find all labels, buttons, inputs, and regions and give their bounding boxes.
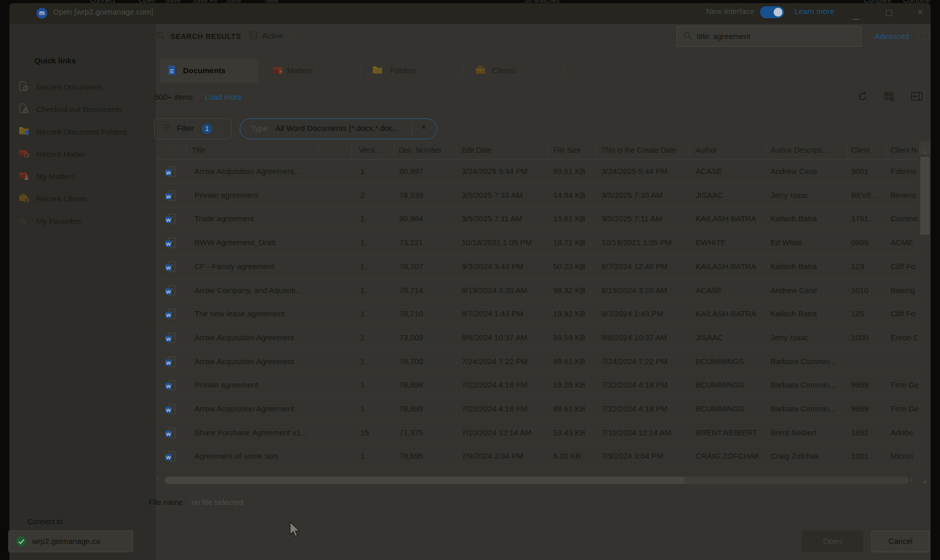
doc-clock-icon [19, 81, 29, 93]
column-separator[interactable] [547, 145, 547, 156]
table-row[interactable]: WArrow Acquisition Agreement178,6997/22/… [156, 397, 918, 421]
scroll-right-button[interactable]: › [910, 473, 913, 485]
column-separator[interactable] [186, 145, 187, 156]
cell-create_date: 3/24/2025 5:44 PM [602, 167, 685, 176]
cell-edit_date: 7/22/2024 4:18 PM [462, 380, 542, 389]
svg-text:W: W [166, 431, 171, 436]
column-separator[interactable] [395, 145, 395, 156]
column-separator[interactable] [689, 145, 690, 156]
table-row[interactable]: WArrow Acquisition Agreement273,0098/6/2… [156, 326, 918, 350]
cell-edit_date: 10/18/2021 1:05 PM [462, 238, 542, 247]
file-name-label: File name: [149, 498, 185, 506]
column-separator[interactable] [318, 145, 319, 156]
svg-text:W: W [166, 241, 171, 247]
table-row[interactable]: WCF - Family agreement178,7079/3/2024 3:… [156, 255, 918, 279]
scroll-down-button[interactable] [919, 473, 931, 485]
cell-client: 1761... [851, 214, 882, 223]
column-separator[interactable] [766, 145, 767, 156]
vertical-scrollbar-thumb[interactable] [920, 157, 930, 235]
file-type-column-icon[interactable] [168, 145, 175, 156]
sidebar-item-recent-clients[interactable]: Recent Clients [19, 189, 149, 208]
column-header-9[interactable]: Client N [891, 146, 918, 154]
sidebar-item-recent-document-folders[interactable]: Recent Document Folders [19, 122, 149, 141]
maximize-button[interactable] [886, 9, 892, 18]
cell-file_size: 98.32 KB [553, 286, 595, 295]
cell-title: BWW Agreement_Draft [194, 238, 317, 247]
table-row[interactable]: WArrow Acquisition Agreement...180,9973/… [156, 160, 918, 184]
advanced-search-link[interactable]: Advanced [874, 32, 909, 41]
view-title: SEARCH RESULTS [171, 32, 241, 41]
column-separator[interactable] [351, 145, 352, 156]
sidebar-item-recent-matter[interactable]: Recent Matter [19, 144, 149, 163]
column-header-1[interactable]: Versi... [359, 146, 387, 154]
cell-version: 2 [360, 191, 381, 199]
cell-author: JISAAC [696, 191, 763, 199]
cell-edit_date: 7/22/2024 4:18 PM [462, 404, 542, 413]
column-header-0[interactable]: Title [192, 146, 311, 154]
sidebar-item-recent-documents[interactable]: Recent Documents [19, 77, 149, 96]
cell-author_desc: Jerry Isaac [771, 333, 844, 342]
column-header-7[interactable]: Author Descripti... [771, 146, 842, 154]
table-row[interactable]: WArrow Company, and Aquanti...178,7148/1… [156, 279, 918, 303]
table-row[interactable]: WArrow Acquisition Agreement178,7007/24/… [156, 350, 918, 374]
word-document-icon: W [165, 261, 176, 275]
chip-chevron-icon[interactable] [396, 127, 402, 131]
sidebar-item-my-favorites[interactable]: ☆My Favorites [19, 211, 149, 230]
horizontal-scrollbar-thumb[interactable] [165, 477, 685, 484]
table-row[interactable]: WAgreement of some sort178,6957/9/2024 3… [156, 445, 918, 469]
cell-author_desc: Andrew Case [771, 167, 844, 176]
column-header-8[interactable]: Client [851, 146, 880, 154]
cell-version: 1 [360, 238, 381, 247]
sidebar-item-checked-out-documents[interactable]: Checked-out Documents [19, 100, 149, 118]
column-settings-icon[interactable] [884, 91, 895, 104]
cell-version: 1 [360, 451, 381, 460]
cell-title: Agreement of some sort [194, 451, 317, 460]
table-row[interactable]: WTrade agreement180,9843/5/2025 7:11 AM1… [156, 207, 918, 231]
word-document-icon: W [165, 214, 176, 227]
chevron-down-icon[interactable] [290, 34, 296, 38]
column-separator[interactable] [456, 145, 456, 156]
table-row[interactable]: WBWW Agreement_Draft173,22110/18/2021 1:… [156, 231, 918, 255]
tab-documents[interactable]: Documents [183, 66, 226, 75]
sidebar-item-my-matters[interactable]: My Matters [19, 167, 149, 185]
cell-doc_number: 71,375 [399, 428, 449, 437]
column-header-6[interactable]: Author [696, 146, 761, 154]
cell-author_desc: Brent Neibert [771, 428, 844, 437]
column-header-2[interactable]: Doc. Number [399, 146, 451, 154]
table-row[interactable]: WThe new lease agreement178,7108/7/2024 … [156, 302, 918, 326]
learn-more-link[interactable]: Learn more [794, 7, 834, 16]
clear-search-icon[interactable]: × [851, 31, 855, 41]
scope-selector[interactable]: Active [262, 31, 283, 40]
column-separator[interactable] [596, 145, 597, 156]
cancel-button[interactable]: Cancel [871, 530, 930, 552]
load-more-link[interactable]: Load more [205, 92, 242, 101]
scroll-up-button[interactable] [919, 141, 931, 155]
minimize-button[interactable] [853, 12, 859, 22]
chip-divider [412, 122, 412, 136]
cell-author: BCUMMINGS [696, 380, 763, 389]
tab-matters[interactable]: Matters [287, 66, 313, 75]
cell-client_name: ACME [891, 238, 918, 247]
preview-pane-icon[interactable] [911, 91, 923, 104]
table-row[interactable]: WPrivate agreement278,5393/5/2025 7:35 A… [156, 184, 918, 208]
lock-column-icon[interactable] [333, 144, 341, 156]
new-interface-toggle[interactable] [760, 6, 784, 18]
column-header-3[interactable]: Edit Date [462, 146, 540, 154]
search-query-text[interactable]: title: agreement [697, 32, 750, 41]
table-row[interactable]: WPrivate agreement178,6987/22/2024 4:18 … [156, 374, 918, 397]
column-header-5[interactable]: This is the Create Date [602, 146, 684, 154]
cell-create_date: 8/6/2024 10:37 AM [602, 333, 685, 342]
chip-remove-icon[interactable]: × [421, 122, 426, 132]
cell-title: Arrow Acquisition Agreement [194, 357, 317, 366]
close-button[interactable]: × [914, 6, 926, 18]
column-separator[interactable] [886, 145, 886, 156]
table-row[interactable]: WShare Purchase Agreement v1...1571,3757… [156, 421, 918, 445]
help-icon[interactable]: ? [917, 28, 930, 40]
tab-folders[interactable]: Folders [390, 66, 416, 75]
tab-clients[interactable]: Clients [492, 66, 516, 75]
refresh-icon[interactable] [857, 91, 868, 104]
scroll-left-button[interactable]: ‹ [156, 473, 159, 485]
column-header-4[interactable]: File Size [553, 146, 590, 154]
column-separator[interactable] [847, 145, 847, 156]
open-button[interactable]: Open [802, 530, 863, 552]
